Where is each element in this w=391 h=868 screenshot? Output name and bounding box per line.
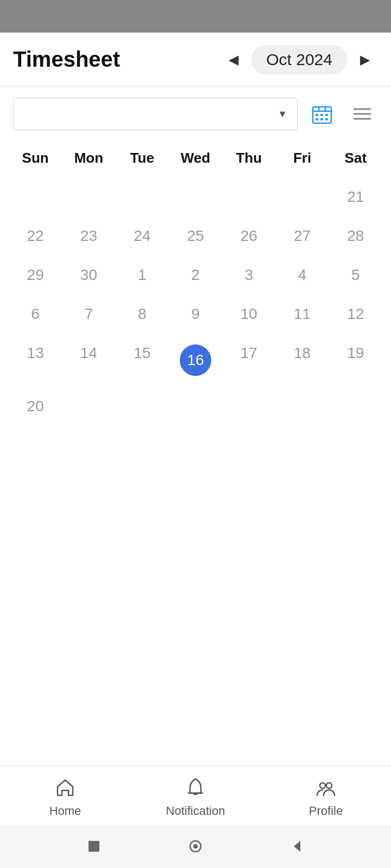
notification-icon: [182, 775, 209, 801]
svg-rect-16: [89, 841, 99, 852]
calendar-day: [116, 177, 169, 216]
calendar-day[interactable]: 10: [222, 295, 275, 334]
calendar-day[interactable]: 15: [116, 334, 169, 387]
home-icon: [52, 775, 78, 801]
svg-rect-8: [320, 118, 323, 120]
calendar-day[interactable]: 24: [116, 216, 169, 256]
status-bar: [0, 0, 391, 33]
svg-point-18: [193, 844, 198, 848]
system-square-button[interactable]: [83, 835, 105, 857]
calendar-day: [62, 387, 115, 426]
nav-item-notification[interactable]: Notification: [130, 775, 261, 818]
calendar-day[interactable]: 2: [169, 256, 222, 295]
svg-rect-6: [325, 114, 328, 116]
calendar-day[interactable]: 30: [62, 256, 115, 295]
current-month-label[interactable]: Oct 2024: [251, 45, 348, 74]
calendar-day[interactable]: 13: [9, 334, 62, 387]
system-navigation: [0, 825, 391, 868]
header: Timesheet ◀ Oct 2024 ▶: [0, 33, 391, 87]
svg-rect-4: [316, 114, 318, 116]
day-sat: Sat: [329, 141, 382, 173]
calendar-day[interactable]: 25: [169, 216, 222, 256]
calendar-day: [62, 177, 115, 216]
calendar-day: [116, 387, 169, 426]
calendar-day[interactable]: 6: [9, 295, 62, 334]
calendar-day[interactable]: 11: [275, 295, 329, 334]
calendar-day[interactable]: 8: [116, 295, 169, 334]
calendar-day[interactable]: 1: [116, 256, 169, 295]
calendar-day[interactable]: 23: [62, 216, 115, 256]
calendar-day[interactable]: 20: [9, 387, 62, 426]
list-view-button[interactable]: [346, 98, 378, 130]
day-thu: Thu: [222, 141, 275, 173]
calendar-day[interactable]: 12: [329, 295, 382, 334]
day-wed: Wed: [169, 141, 222, 173]
calendar-day: [329, 387, 382, 426]
calendar-day[interactable]: 14: [62, 334, 115, 387]
svg-rect-7: [316, 118, 318, 120]
bottom-navigation: Home Notification Profile: [0, 765, 391, 825]
calendar-day[interactable]: 22: [9, 216, 62, 256]
calendar-day[interactable]: 5: [329, 256, 382, 295]
day-mon: Mon: [62, 141, 115, 173]
day-sun: Sun: [9, 141, 62, 173]
nav-item-home[interactable]: Home: [0, 775, 130, 818]
home-label: Home: [49, 804, 81, 818]
calendar-day: [9, 177, 62, 216]
svg-point-15: [326, 783, 332, 788]
calendar-day[interactable]: 27: [275, 216, 329, 256]
employee-select[interactable]: ▼: [13, 98, 298, 130]
calendar-day: [222, 177, 275, 216]
calendar-day[interactable]: 9: [169, 295, 222, 334]
svg-point-14: [320, 783, 325, 788]
calendar-day: [169, 177, 222, 216]
svg-rect-5: [320, 114, 323, 116]
calendar-day[interactable]: 19: [329, 334, 382, 387]
calendar-day[interactable]: 21: [329, 177, 382, 216]
prev-month-button[interactable]: ◀: [220, 47, 247, 73]
toolbar: ▼: [0, 87, 391, 141]
calendar-day[interactable]: 28: [329, 216, 382, 256]
calendar-day[interactable]: 17: [222, 334, 275, 387]
profile-label: Profile: [309, 804, 343, 818]
month-navigation: ◀ Oct 2024 ▶: [220, 45, 378, 74]
calendar-day[interactable]: 7: [62, 295, 115, 334]
day-tue: Tue: [116, 141, 169, 173]
calendar-day[interactable]: 29: [9, 256, 62, 295]
calendar-day[interactable]: 16: [169, 334, 222, 387]
calendar-days-header: Sun Mon Tue Wed Thu Fri Sat: [9, 141, 382, 173]
system-back-button[interactable]: [286, 835, 308, 857]
day-fri: Fri: [275, 141, 329, 173]
notification-label: Notification: [166, 804, 225, 818]
system-home-button[interactable]: [185, 835, 206, 857]
page-title: Timesheet: [13, 47, 220, 72]
calendar: Sun Mon Tue Wed Thu Fri Sat 212223242526…: [0, 141, 391, 765]
next-month-button[interactable]: ▶: [352, 47, 378, 73]
svg-marker-19: [294, 841, 300, 852]
calendar-grid: 2122232425262728293012345678910111213141…: [9, 177, 382, 426]
calendar-day[interactable]: 4: [275, 256, 329, 295]
calendar-day: [222, 387, 275, 426]
calendar-view-button[interactable]: [306, 98, 338, 130]
calendar-day[interactable]: 26: [222, 216, 275, 256]
nav-item-profile[interactable]: Profile: [261, 775, 391, 818]
calendar-day[interactable]: 18: [275, 334, 329, 387]
svg-rect-9: [325, 118, 328, 120]
select-dropdown-icon: ▼: [278, 108, 287, 120]
calendar-day[interactable]: 3: [222, 256, 275, 295]
calendar-day: [275, 177, 329, 216]
profile-icon: [313, 775, 339, 801]
calendar-day: [275, 387, 329, 426]
calendar-day: [169, 387, 222, 426]
